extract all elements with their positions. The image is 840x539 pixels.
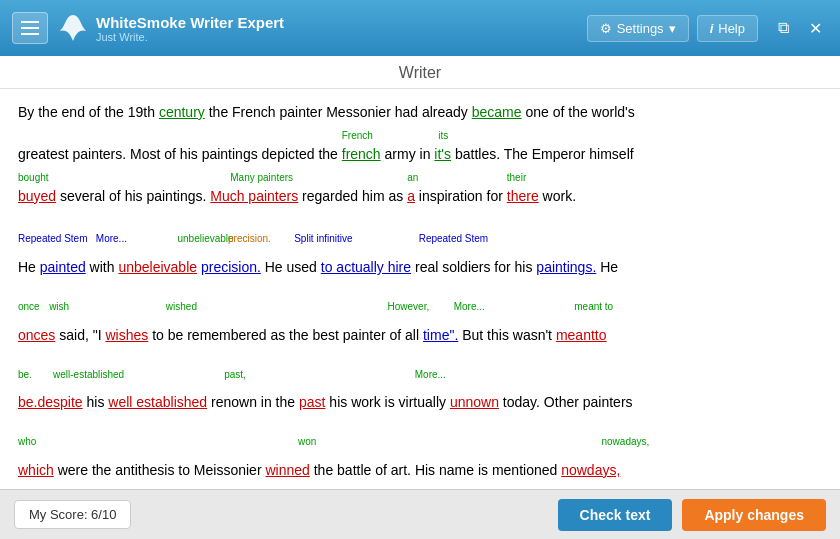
time-word: time". xyxy=(423,327,458,343)
app-tagline: Just Write. xyxy=(96,31,284,43)
text-line-11: which were the antithesis to Meissonier … xyxy=(18,459,822,483)
its-suggestion: its xyxy=(438,127,448,144)
nowadays-label: nowadays, xyxy=(601,433,649,450)
text-line-6: once wish wished However xyxy=(18,298,822,322)
became-annotation: became xyxy=(472,101,522,125)
wish-label: wish xyxy=(49,298,69,315)
precision-word: precision. xyxy=(201,259,261,275)
their-annotation: their there xyxy=(507,185,539,209)
however-label: However, xyxy=(388,298,430,315)
editor-area[interactable]: By the end of the 19th century the Frenc… xyxy=(0,89,840,489)
info-icon: i xyxy=(710,21,714,36)
unknown-label: More... xyxy=(415,366,446,383)
which-word: which xyxy=(18,462,54,478)
text-line-9: be.despite his well established renown i… xyxy=(18,391,822,415)
writer-title: Writer xyxy=(0,56,840,89)
app-name: WhiteSmoke Writer Expert xyxy=(96,14,284,31)
french-suggestion: French xyxy=(342,127,373,144)
well-established-word: well established xyxy=(108,394,207,410)
wished-label: wished xyxy=(166,298,197,315)
content-area: Writer By the end of the 19th century th… xyxy=(0,56,840,539)
century-word: century xyxy=(159,104,205,120)
many-painters-annotation: Many painters Much painters xyxy=(210,185,298,209)
past-word: past xyxy=(299,394,325,410)
a-word: a xyxy=(407,188,415,204)
check-text-button[interactable]: Check text xyxy=(558,499,673,531)
wishes-word: wishes xyxy=(105,327,148,343)
precision-label: precision. xyxy=(228,230,271,247)
french-word: french xyxy=(342,146,381,162)
titlebar: WhiteSmoke Writer Expert Just Write. ⚙ S… xyxy=(0,0,840,56)
paintings-word: paintings. xyxy=(536,259,596,275)
text-line-5: He painted with unbeleivable precision. … xyxy=(18,256,822,280)
an-annotation: an a xyxy=(407,185,415,209)
meantto-label: meant to xyxy=(574,298,613,315)
more-label: More... xyxy=(454,298,485,315)
logo-icon xyxy=(58,13,88,43)
be-despite-word: be.despite xyxy=(18,394,83,410)
much-painters-word: Much painters xyxy=(210,188,298,204)
there-word: there xyxy=(507,188,539,204)
footer: My Score: 6/10 Check text Apply changes xyxy=(0,489,840,539)
to-actually-hire: to actually hire xyxy=(321,259,411,275)
onces-word: onces xyxy=(18,327,55,343)
french-annotation: French french xyxy=(342,143,381,167)
close-button[interactable]: ✕ xyxy=(803,17,828,40)
header-actions: ⚙ Settings ▾ i Help ⧉ ✕ xyxy=(587,15,828,42)
text-line-3: bought buyed several of his paintings. M… xyxy=(18,185,822,209)
became-word: became xyxy=(472,104,522,120)
text-line-4: Repeated Stem More... unbelievable preci… xyxy=(18,230,822,254)
meantto-word: meantto xyxy=(556,327,607,343)
buyed-word: buyed xyxy=(18,188,56,204)
unbeleivable-word: unbeleivable xyxy=(118,259,197,275)
text-line-2: greatest painters. Most of his paintings… xyxy=(18,143,822,167)
logo-area: WhiteSmoke Writer Expert Just Write. xyxy=(58,13,577,43)
settings-button[interactable]: ⚙ Settings ▾ xyxy=(587,15,689,42)
apply-changes-button[interactable]: Apply changes xyxy=(682,499,826,531)
window-controls: ⧉ ✕ xyxy=(772,17,828,40)
text-line-8: be. well-established past, xyxy=(18,366,822,390)
unnown-word: unnown xyxy=(450,394,499,410)
painted-word: painted xyxy=(40,259,86,275)
its-word: it's xyxy=(434,146,451,162)
won-label: won xyxy=(298,433,316,450)
logo-text: WhiteSmoke Writer Expert Just Write. xyxy=(96,14,284,43)
text-line-7: onces said, "I wishes to be remembered a… xyxy=(18,324,822,348)
many-painters-suggestion: Many painters xyxy=(230,169,293,186)
hamburger-button[interactable] xyxy=(12,12,48,44)
be-label: be. xyxy=(18,366,32,383)
century-annotation: century xyxy=(159,101,205,125)
restore-button[interactable]: ⧉ xyxy=(772,17,795,39)
chevron-down-icon: ▾ xyxy=(669,21,676,36)
once-label: once xyxy=(18,298,40,315)
who-label: who xyxy=(18,433,36,450)
its-annotation: its it's xyxy=(434,143,451,167)
well-established-label: well-established xyxy=(53,366,124,383)
their-suggestion: their xyxy=(507,169,526,186)
winned-word: winned xyxy=(265,462,309,478)
split-infinitive-label: Split infinitive xyxy=(294,230,352,247)
text-line-10: who won xyxy=(18,433,822,457)
an-suggestion: an xyxy=(407,169,418,186)
gear-icon: ⚙ xyxy=(600,21,612,36)
bought-annotation: bought buyed xyxy=(18,185,56,209)
bought-suggestion: bought xyxy=(18,169,49,186)
score-badge: My Score: 6/10 xyxy=(14,500,131,529)
repeated-stem-label-2: Repeated Stem xyxy=(419,230,489,247)
text-line-1: By the end of the 19th century the Frenc… xyxy=(18,101,822,125)
nowdays-word: nowdays, xyxy=(561,462,620,478)
repeated-stem-label-1: Repeated Stem More... xyxy=(18,230,127,247)
help-button[interactable]: i Help xyxy=(697,15,758,42)
past-label: past, xyxy=(224,366,246,383)
unbelievable-label: unbelievable xyxy=(177,230,233,247)
